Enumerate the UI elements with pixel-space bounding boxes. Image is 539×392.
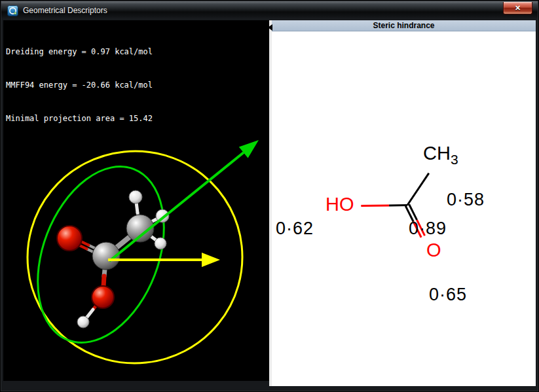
steric-value-1: 0·58 [447,191,485,209]
steric-2d-canvas: CH3 HO O 0·58 0·62 0·89 0·65 [272,31,536,386]
bonds-2d [272,31,536,386]
methyl-subscript: 3 [451,152,458,167]
hydrogen-atom [155,238,166,249]
methyl-label: CH3 [423,144,458,166]
carbonyl-oxygen-label: O [426,241,441,260]
descriptor-line: Minimal projection area = 15.42 [6,113,267,124]
title-bar[interactable]: Geometrical Descriptors ✕ [1,1,538,20]
window-title: Geometrical Descriptors [23,6,107,15]
window-content: Dreiding energy = 0.97 kcal/mol MMFF94 e… [3,20,536,386]
steric-hindrance-header: Steric hindrance [272,20,536,31]
molecule-3d-view[interactable] [3,125,269,381]
steric-value-4: 0·65 [429,286,467,304]
geometrical-descriptors-window: Geometrical Descriptors ✕ Dreiding energ… [0,0,539,392]
oxygen-atom [57,226,82,251]
descriptor-panel: Dreiding energy = 0.97 kcal/mol MMFF94 e… [3,20,269,381]
molecule-3d-scene [3,125,269,381]
descriptor-line: Dreiding energy = 0.97 kcal/mol [6,46,267,58]
steric-hindrance-panel: Steric hindrance CH3 HO O 0·58 [272,20,536,386]
hydrogen-atom [77,316,89,328]
methyl-text: CH [423,143,451,164]
hydrogen-atom [129,190,142,204]
descriptor-text-block: Dreiding energy = 0.97 kcal/mol MMFF94 e… [3,20,269,125]
app-icon [7,5,18,16]
hydroxyl-label: HO [325,195,354,214]
close-button[interactable]: ✕ [503,2,532,14]
oxygen-atom [92,286,114,308]
descriptor-line: MMFF94 energy = -20.66 kcal/mol [6,80,267,91]
splitter-collapse-icon[interactable] [268,24,272,31]
steric-value-2: 0·62 [276,220,314,238]
close-icon: ✕ [515,4,521,12]
steric-value-3: 0·89 [409,220,447,238]
left-column: Dreiding energy = 0.97 kcal/mol MMFF94 e… [3,20,269,386]
